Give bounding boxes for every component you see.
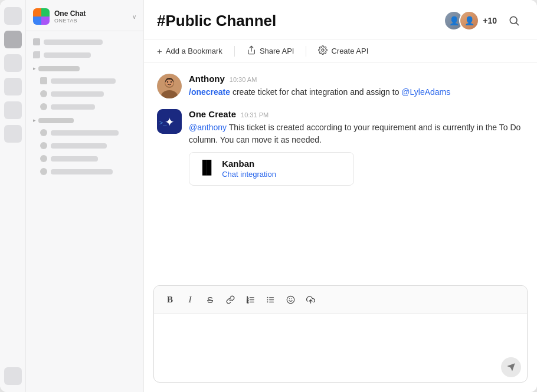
list-item[interactable] xyxy=(31,141,139,150)
sidebar-section-2: ▸ xyxy=(31,115,139,124)
strikethrough-button[interactable]: S xyxy=(201,291,219,308)
bot-message-time: 10:31 PM xyxy=(241,111,268,118)
svg-point-24 xyxy=(267,301,268,302)
plus-icon: + xyxy=(157,46,162,56)
message-header: Anthony 10:30 AM xyxy=(189,74,524,84)
header-right: 👤 👤 +10 xyxy=(444,11,524,31)
bot-body-text: This ticket is created according to your… xyxy=(189,123,520,144)
bot-message-header: One Create 10:31 PM xyxy=(189,109,524,119)
italic-button[interactable]: I xyxy=(181,291,199,308)
create-api-button[interactable]: Create API xyxy=(318,45,368,57)
command-text: /onecreate xyxy=(189,87,230,97)
list-item[interactable] xyxy=(31,37,139,47)
kanban-link[interactable]: Chat integration xyxy=(222,170,276,179)
icon-bar-item-4[interactable] xyxy=(4,78,22,95)
icon-bar-item-1[interactable] xyxy=(4,7,22,25)
sidebar-content: ▸ ▸ xyxy=(26,31,143,392)
ordered-list-icon: 1. 2. 3. xyxy=(246,295,255,304)
upload-icon xyxy=(306,295,315,304)
message-2: ✦ >_ One Create 10:31 PM @anthony This t… xyxy=(157,109,524,186)
bot-avatar: ✦ >_ xyxy=(157,109,182,134)
list-item[interactable] xyxy=(31,102,139,111)
messages-area: Anthony 10:30 AM /onecreate create ticke… xyxy=(144,63,537,285)
sidebar-header[interactable]: One Chat ONETAB ∨ xyxy=(26,0,143,31)
attachment-button[interactable] xyxy=(302,291,319,308)
svg-point-0 xyxy=(510,17,517,24)
svg-point-8 xyxy=(167,81,168,83)
channel-title: #Public Channel xyxy=(157,12,444,30)
bot-avatar-image: ✦ >_ xyxy=(157,109,182,134)
sidebar: One Chat ONETAB ∨ ▸ xyxy=(26,0,144,392)
anthony-avatar-image xyxy=(157,74,182,98)
search-button[interactable] xyxy=(504,11,524,31)
link-button[interactable] xyxy=(221,291,239,308)
chat-header: #Public Channel 👤 👤 +10 xyxy=(144,0,537,39)
share-icon xyxy=(247,45,256,57)
svg-point-25 xyxy=(287,296,294,304)
svg-text:>_: >_ xyxy=(159,119,167,126)
message-1: Anthony 10:30 AM /onecreate create ticke… xyxy=(157,74,524,98)
list-item[interactable] xyxy=(31,76,139,85)
share-api-label: Share API xyxy=(260,47,294,55)
author-name: Anthony xyxy=(189,74,225,84)
svg-point-3 xyxy=(322,49,324,51)
svg-point-23 xyxy=(267,299,268,300)
message-body-text: create ticket for chat integration and a… xyxy=(233,87,401,97)
icon-bar-bottom[interactable] xyxy=(4,367,22,385)
kanban-info: Kanban Chat integration xyxy=(222,159,276,179)
kanban-title: Kanban xyxy=(222,159,276,169)
bold-button[interactable]: B xyxy=(161,291,179,308)
divider-1 xyxy=(234,46,235,57)
composer-toolbar: B I S 1. 2. 3. xyxy=(154,286,527,314)
sidebar-brand: One Chat ONETAB xyxy=(54,9,86,24)
avatar-count: +10 xyxy=(483,16,497,25)
message-text: /onecreate create ticket for chat integr… xyxy=(189,86,524,98)
message-input[interactable] xyxy=(154,314,527,355)
bot-message-body: One Create 10:31 PM @anthony This ticket… xyxy=(189,109,524,186)
avatar-woman: 👤 xyxy=(459,11,479,31)
sidebar-brand-sub: ONETAB xyxy=(54,18,86,24)
avatars-group[interactable]: 👤 👤 +10 xyxy=(444,11,497,31)
svg-point-9 xyxy=(171,81,172,83)
search-icon xyxy=(508,15,520,27)
unordered-list-icon xyxy=(266,295,275,304)
list-item[interactable] xyxy=(31,167,139,176)
divider-2 xyxy=(306,46,306,57)
bot-author-name: One Create xyxy=(189,109,236,119)
add-bookmark-label: Add a Bookmark xyxy=(166,47,222,55)
app-window: One Chat ONETAB ∨ ▸ xyxy=(0,0,537,392)
mention-lyle: @LyleAdams xyxy=(401,87,450,97)
kanban-icon: ▐▌ xyxy=(198,160,216,175)
icon-bar-item-6[interactable] xyxy=(4,125,22,143)
icon-bar-item-5[interactable] xyxy=(4,101,22,119)
svg-text:3.: 3. xyxy=(247,301,248,303)
share-api-button[interactable]: Share API xyxy=(247,45,294,57)
message-time: 10:30 AM xyxy=(230,76,257,83)
chevron-down-icon: ∨ xyxy=(132,14,136,20)
icon-bar-item-2[interactable] xyxy=(4,31,22,48)
gear-icon xyxy=(318,45,328,57)
sidebar-section: ▸ xyxy=(31,63,139,73)
anthony-avatar xyxy=(157,74,182,98)
sidebar-brand-name: One Chat xyxy=(54,9,86,18)
mention-anthony: @anthony xyxy=(189,123,227,132)
add-bookmark-button[interactable]: + Add a Bookmark xyxy=(157,46,222,56)
chat-toolbar: + Add a Bookmark Share API C xyxy=(144,39,537,63)
icon-bar-item-3[interactable] xyxy=(4,54,22,72)
list-item[interactable] xyxy=(31,154,139,163)
main-chat: #Public Channel 👤 👤 +10 xyxy=(144,0,537,392)
create-api-label: Create API xyxy=(331,47,368,55)
list-item[interactable] xyxy=(31,128,139,137)
send-icon xyxy=(506,363,516,372)
unordered-list-button[interactable] xyxy=(261,291,279,308)
send-button[interactable] xyxy=(501,357,521,377)
emoji-icon xyxy=(286,295,295,304)
ordered-list-button[interactable]: 1. 2. 3. xyxy=(241,291,259,308)
list-item[interactable] xyxy=(31,50,139,60)
emoji-button[interactable] xyxy=(281,291,299,308)
kanban-card[interactable]: ▐▌ Kanban Chat integration xyxy=(189,152,354,186)
svg-line-1 xyxy=(516,23,519,25)
list-item[interactable] xyxy=(31,89,139,98)
link-icon xyxy=(226,295,235,304)
composer-footer xyxy=(154,355,527,382)
